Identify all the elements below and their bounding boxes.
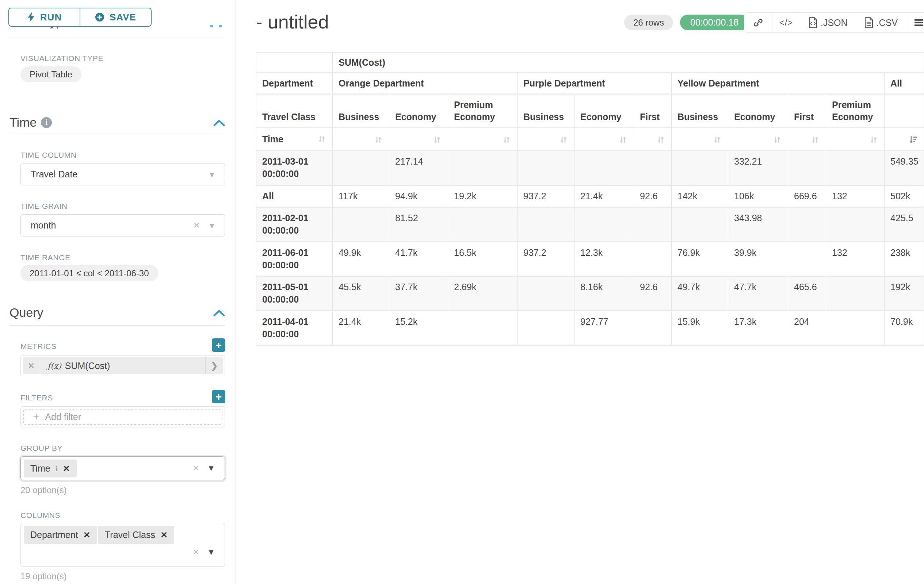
sort-icon[interactable] — [432, 135, 442, 145]
clear-icon[interactable]: × — [193, 546, 199, 558]
chart-title[interactable]: - untitled — [256, 11, 329, 33]
value-cell — [518, 276, 574, 311]
sort-icon[interactable] — [810, 135, 820, 145]
remove-chip-icon[interactable]: ✕ — [160, 530, 168, 540]
value-cell — [826, 276, 884, 311]
add-metric-button[interactable]: + — [212, 338, 225, 352]
sort-icon[interactable] — [713, 135, 722, 145]
metric-chip[interactable]: × ƒ(x) SUM(Cost) ❯ — [23, 357, 223, 374]
value-cell: 21.4k — [574, 185, 634, 207]
add-filter-button[interactable]: + Add filter — [23, 409, 223, 425]
embed-code-button[interactable]: </> — [772, 13, 800, 33]
value-cell — [672, 207, 728, 242]
value-cell: 669.6 — [788, 185, 826, 207]
group-by-chip: Time i ✕ — [24, 459, 77, 477]
remove-chip-icon[interactable]: ✕ — [83, 530, 91, 540]
sort-icon[interactable] — [772, 135, 782, 145]
code-icon: </> — [779, 18, 793, 28]
metric-header-row: SUM(Cost) — [256, 53, 924, 73]
row-label-cell: 2011-06-01 00:00:00 — [256, 242, 333, 276]
save-button[interactable]: SAVE — [79, 8, 151, 26]
group-header-cell: Purple Department — [518, 73, 672, 94]
value-cell: 343.98 — [728, 207, 788, 242]
group-header-cell: Orange Department — [333, 73, 518, 94]
remove-chip-icon[interactable]: ✕ — [63, 464, 70, 474]
group-by-options-hint: 20 option(s) — [20, 485, 67, 495]
info-icon[interactable]: i — [56, 464, 58, 474]
value-cell: 92.6 — [634, 276, 672, 311]
sort-icon[interactable] — [656, 135, 665, 145]
value-cell — [634, 242, 672, 276]
travel-class-header-row: Travel Class Business Economy Premium Ec… — [256, 94, 924, 128]
sort-icon[interactable] — [559, 135, 568, 145]
time-column-select[interactable]: Travel Date ▼ — [20, 163, 225, 186]
remove-metric-icon[interactable]: × — [23, 357, 40, 374]
sort-icon[interactable] — [374, 135, 383, 145]
table-row: 2011-02-01 00:00:00 81.52 343.98 425.5 — [256, 207, 924, 242]
run-save-button-group: RUN SAVE — [8, 8, 152, 26]
value-cell: 81.52 — [389, 207, 448, 242]
table-row: 2011-05-01 00:00:00 45.5k 37.7k 2.69k 8.… — [256, 276, 924, 311]
json-file-icon — [808, 17, 818, 28]
time-range-pill[interactable]: 2011-01-01 ≤ col < 2011-06-30 — [20, 265, 158, 281]
sort-icon[interactable] — [317, 134, 327, 144]
copy-link-button[interactable] — [744, 13, 772, 33]
export-json-button[interactable]: .JSON — [800, 13, 856, 33]
value-cell — [634, 311, 672, 345]
group-by-select[interactable]: Time i ✕ × ▼ — [20, 456, 225, 480]
time-section-header: Time i — [10, 115, 52, 130]
value-cell: 502k — [884, 185, 924, 207]
value-cell: 332.21 — [728, 151, 788, 186]
run-button[interactable]: RUN — [9, 8, 79, 26]
clear-icon[interactable]: × — [193, 462, 199, 474]
add-filter-plus-button[interactable]: + — [212, 390, 225, 403]
table-row: 2011-03-01 00:00:00 217.14 332.21 549.35 — [256, 151, 924, 186]
export-button-group: </> .JSON .CSV — [744, 12, 924, 33]
value-cell: 17.3k — [728, 311, 788, 345]
value-cell: 37.7k — [389, 276, 448, 311]
value-cell: 132 — [826, 242, 884, 276]
column-header-cell: First — [788, 94, 826, 128]
value-cell — [448, 151, 518, 186]
collapse-chevron-icon[interactable] — [213, 119, 225, 127]
chevron-down-icon: ▼ — [208, 221, 216, 231]
more-options-button[interactable] — [906, 13, 924, 33]
columns-select[interactable]: Department ✕ Travel Class ✕ × ▼ — [20, 523, 225, 567]
column-header-cell: Premium Economy — [448, 94, 518, 128]
sort-cell — [826, 128, 884, 151]
sort-icon[interactable] — [869, 135, 878, 145]
row-count-badge: 26 rows — [624, 15, 673, 30]
sort-icon[interactable] — [502, 135, 511, 145]
table-row: All 117k 94.9k 19.2k 937.2 21.4k 92.6 14… — [256, 185, 924, 207]
chevron-right-icon[interactable]: ❯ — [205, 357, 223, 374]
section-divider — [10, 133, 225, 134]
column-header-cell: Business — [672, 94, 728, 128]
value-cell: 117k — [333, 185, 389, 207]
value-cell: 2.69k — [448, 276, 518, 311]
value-cell: 21.4k — [333, 311, 389, 345]
query-section-header: Query — [10, 306, 43, 320]
control-panel-sidebar: Chart Type RUN SAVE VISUALIZATION TYPE P… — [0, 0, 236, 584]
visualization-type-pill[interactable]: Pivot Table — [20, 66, 81, 82]
collapse-chevron-icon[interactable] — [213, 309, 225, 317]
time-label-cell: Time — [256, 128, 333, 151]
info-icon[interactable]: i — [41, 117, 52, 128]
value-cell — [788, 151, 826, 186]
time-grain-select[interactable]: month × ▼ — [20, 214, 225, 237]
sort-cell — [518, 128, 574, 151]
columns-chip: Department ✕ — [24, 526, 97, 544]
export-csv-button[interactable]: .CSV — [856, 13, 906, 33]
value-cell: 192k — [884, 276, 924, 311]
value-cell: 132 — [826, 185, 884, 207]
sort-cell — [728, 128, 788, 151]
value-cell — [672, 151, 728, 186]
sort-icon[interactable] — [618, 135, 628, 145]
clear-icon[interactable]: × — [193, 219, 200, 231]
value-cell — [826, 151, 884, 186]
time-grain-label: TIME GRAIN — [20, 202, 68, 211]
value-cell: 70.9k — [884, 311, 924, 345]
sort-descending-icon[interactable] — [908, 135, 918, 145]
group-header-cell: All — [884, 73, 924, 94]
value-cell: 92.6 — [634, 185, 672, 207]
value-cell: 549.35 — [884, 151, 924, 186]
